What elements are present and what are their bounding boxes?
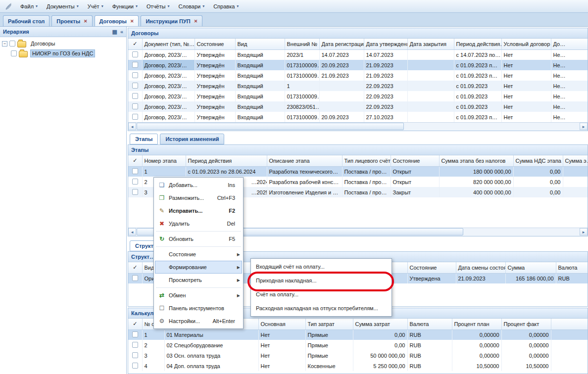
column-header[interactable]: Сумма [505,262,556,273]
row-checkbox[interactable] [132,51,138,57]
context-menu-item[interactable]: Состояние▶ [155,248,242,261]
horizontal-scrollbar[interactable]: ◂ ▸ [128,122,588,131]
menubar-item[interactable]: Документы▾ [42,2,83,11]
column-header[interactable]: Тип затрат [305,319,353,329]
workspace-tab[interactable]: Рабочий стол [3,15,49,26]
submenu-item[interactable]: Входящий счёт на оплату... [251,260,392,274]
column-header[interactable]: Тип лицевого счёт [342,155,391,166]
menubar-item[interactable]: Учёт▾ [83,2,108,11]
table-row[interactable]: 101 МатериалыНетПрямые0,00RUB0,000000,00… [128,329,588,340]
submenu-item[interactable]: Расходная накладная на отпуск потребител… [251,301,392,315]
close-icon[interactable]: ✕ [194,19,198,24]
column-header[interactable]: До… [551,39,588,49]
context-menu-item[interactable]: ⚙Настройки...Alt+Enter [155,315,242,327]
table-row[interactable]: Договор, 2023/…УтверждёнВходящий122.09.2… [128,81,588,91]
row-checkbox[interactable] [132,275,138,281]
tree-expander-icon[interactable]: − [2,41,7,47]
tree-checkbox[interactable] [11,50,17,56]
select-all-checkbox[interactable]: ✓ [128,262,142,273]
context-menu-item[interactable]: Просмотреть▶ [155,274,242,286]
row-checkbox[interactable] [132,352,138,358]
column-header[interactable]: Документ (тип, №… [142,39,195,49]
column-header[interactable]: Номер этапа [142,155,186,166]
submenu-item[interactable]: Приходная накладная... [251,274,392,287]
column-header[interactable]: Вид [235,39,285,49]
close-icon[interactable]: ✕ [84,19,88,24]
workspace-tab[interactable]: Проекты✕ [51,15,92,26]
context-menu-item[interactable]: ⇄Обмен▶ [155,289,242,302]
column-header[interactable]: Состояние [407,262,456,273]
row-checkbox[interactable] [132,189,138,195]
collapse-panel-icon[interactable]: « [120,29,123,35]
column-header[interactable]: Состояние [195,39,235,49]
tree-item[interactable]: НИОКР по ГОЗ без НДС [0,48,126,58]
section-tab[interactable]: История изменений [160,134,224,144]
row-checkbox[interactable] [132,179,138,185]
submenu-item[interactable]: Счёт на оплату... [251,287,392,301]
column-header[interactable]: Сумма этапа без налогов [439,155,513,166]
scroll-left-icon[interactable]: ◂ [128,228,136,235]
context-menu-item[interactable]: ❐Размножить...Ctrl+F3 [155,191,242,204]
menubar-item[interactable]: Справка▾ [209,2,243,11]
table-row[interactable]: Договор, 2023/…УтверждёнВходящий230823/0… [128,101,588,112]
column-header[interactable]: Основная [258,319,305,329]
column-header[interactable]: Период действия [186,155,267,166]
row-checkbox[interactable] [132,114,138,120]
select-all-checkbox[interactable]: ✓ [128,155,142,166]
column-header[interactable]: Сумма э… [563,155,588,166]
row-checkbox[interactable] [132,342,138,348]
context-menu-item[interactable]: ✖УдалитьDel [155,217,242,230]
menubar-item[interactable]: Функции▾ [108,2,142,11]
column-header[interactable]: Сумма НДС этапа [513,155,563,166]
row-checkbox[interactable] [132,93,138,99]
column-header[interactable]: Дата регистрации [319,39,364,49]
row-checkbox[interactable] [132,103,138,109]
menubar-item[interactable]: Отчёты▾ [142,2,174,11]
row-checkbox[interactable] [132,62,138,68]
scroll-right-icon[interactable]: ▸ [580,123,588,130]
select-all-checkbox[interactable]: ✓ [128,319,142,329]
column-header[interactable]: Сумма затрат [353,319,407,329]
column-header[interactable]: Процент план [452,319,501,329]
scroll-left-icon[interactable]: ◂ [128,123,136,130]
column-header[interactable]: Дата смены состоя [456,262,505,273]
menubar-item[interactable]: Словари▾ [174,2,209,11]
column-header[interactable]: Валюта [556,262,588,273]
table-row[interactable]: Договор, 2023/…УтверждёнВходящий01731000… [128,60,588,70]
table-row[interactable]: Договор, 2023/…УтверждёнВходящий01731000… [128,70,588,81]
workspace-tab[interactable]: Договоры✕ [95,15,139,26]
row-checkbox[interactable] [132,363,138,369]
scroll-right-icon[interactable]: ▸ [580,228,588,235]
column-header[interactable]: Дата утверждения [364,39,407,49]
column-header[interactable]: Валюта [407,319,452,329]
context-menu-item[interactable]: ☐Панель инструментов [155,302,242,315]
tree-item[interactable]: −Договоры [0,39,126,48]
column-header[interactable] [551,319,588,329]
table-row[interactable]: Договор, 2023/…УтверждёнВходящий01731000… [128,112,588,122]
scrollbar-thumb[interactable] [137,123,404,130]
table-row[interactable]: Договор, 2023/…УтверждёнВходящий01731000… [128,91,588,101]
column-header[interactable]: Состояние [391,155,439,166]
table-row[interactable]: Договор, 2023/…УтверждёнВходящий2023/114… [128,49,588,60]
grid-icon[interactable]: ▦ [112,29,117,35]
column-header[interactable]: Дата закрытия [407,39,454,49]
row-checkbox[interactable] [132,331,138,337]
close-icon[interactable]: ✕ [130,19,134,24]
select-all-checkbox[interactable]: ✓ [128,39,142,49]
section-tab[interactable]: Этапы [130,134,158,144]
table-row[interactable]: 303 Осн. оплата трудаНетПрямые50 000 000… [128,350,588,361]
menubar-item[interactable]: Файл▾ [16,2,42,11]
column-header[interactable]: Условный договор [501,39,551,49]
column-header[interactable]: Описание этапа [267,155,342,166]
row-checkbox[interactable] [132,168,138,174]
table-row[interactable]: 404 Доп. оплата трудаНетКосвенные5 250 0… [128,361,588,371]
tree-checkbox[interactable] [9,41,15,47]
row-checkbox[interactable] [132,72,138,78]
context-menu-item[interactable]: ↻ОбновитьF5 [155,233,242,245]
table-row[interactable]: 202 СпецоборудованиеНетПрямые0,00RUB0,00… [128,340,588,350]
column-header[interactable]: Внешний № [285,39,319,49]
context-menu-item[interactable]: Формирование▶ [155,261,242,274]
context-menu-item[interactable]: ❏Добавить...Ins [155,179,242,191]
row-checkbox[interactable] [132,83,138,89]
workspace-tab[interactable]: Инструкции ПУП✕ [141,15,202,26]
